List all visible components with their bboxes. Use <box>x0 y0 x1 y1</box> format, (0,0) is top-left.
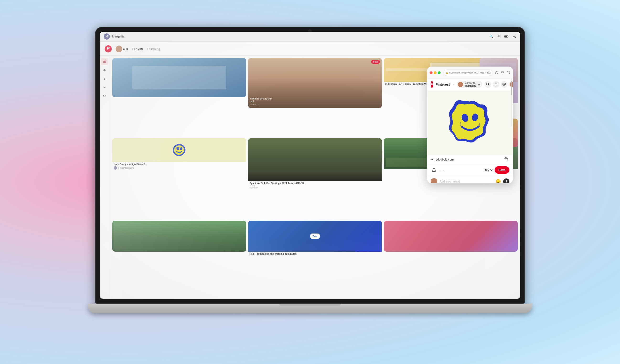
popup-actions-bar: ··· My Save <box>427 164 513 175</box>
close-btn[interactable] <box>430 71 433 74</box>
battery-icon <box>504 34 509 39</box>
chevron-down-icon <box>478 84 480 85</box>
screen-content: M Margarita 🔍 <box>100 32 520 299</box>
popup-pinterest-logo: P <box>431 81 433 88</box>
nav-username: ани <box>123 47 128 50</box>
user-avatar-sm <box>116 45 122 52</box>
popup-source-bar: ↗ redbubble.com <box>427 155 513 164</box>
pin-4-author: 3 other followers <box>114 166 245 170</box>
sidebar-controls: ⊞ ✤ + − ⚙ <box>100 56 109 299</box>
popup-close-x-icon[interactable]: ✕ <box>512 70 513 75</box>
popup-nav-menu-icon[interactable]: ≡ <box>453 83 455 86</box>
share-button[interactable] <box>431 167 437 174</box>
svg-point-11 <box>486 83 489 85</box>
sidebar-zoom-out-btn[interactable]: − <box>101 84 108 91</box>
laptop-base <box>88 304 532 313</box>
minimize-btn[interactable] <box>434 71 436 74</box>
pinterest-nav: P ани For you Following <box>100 42 520 56</box>
more-options-button[interactable]: ··· <box>440 167 445 173</box>
sidebar-move-btn[interactable]: ✤ <box>101 67 108 74</box>
control-center-icon[interactable] <box>512 34 516 39</box>
search-icon[interactable]: 🔍 <box>489 34 494 39</box>
external-link-icon: ↗ <box>430 157 434 161</box>
pinterest-logo: P <box>105 45 112 53</box>
pin-card-1[interactable]: амти ● агтра <box>112 58 246 97</box>
macos-user-avatar: M <box>104 33 110 40</box>
comment-input-placeholder[interactable]: Add a comment <box>440 180 493 183</box>
save-button[interactable]: Save <box>495 166 510 174</box>
pin-5-meta: Spacious Grill-Bar Seating - 2024 Trends… <box>248 181 382 190</box>
reload-icon[interactable] <box>494 70 499 75</box>
pin-4-smiley <box>171 142 187 158</box>
sidebar-zoom-in-btn[interactable]: + <box>101 75 108 82</box>
svg-point-2 <box>513 35 514 36</box>
svg-rect-9 <box>503 71 504 73</box>
smiley-sticker-image <box>445 97 495 147</box>
popup-pin-image <box>427 90 513 155</box>
user-profile-area: ани <box>116 45 128 52</box>
pin-5-title: Spacious Grill-Bar Seating - 2024 Trends… <box>249 182 381 185</box>
sidebar-grid-btn[interactable]: ⊞ <box>101 58 108 65</box>
pin-card-5[interactable]: Spacious Grill-Bar Seating - 2024 Trends… <box>248 138 382 190</box>
pin-card-2[interactable]: Real Red Beauty SkinGrill 2/20/2022 Save <box>248 58 382 108</box>
my-save-label: My <box>485 168 489 172</box>
popup-pinterest-nav: P Pinterest ≡ Margarita Margarita <box>427 79 513 90</box>
my-save-dropdown[interactable]: My <box>485 168 493 172</box>
svg-rect-12 <box>503 83 506 85</box>
popup-nav-right-icons <box>485 81 513 88</box>
sidebar-settings-btn[interactable]: ⚙ <box>101 92 108 100</box>
pin-4-title: Katy Graby - Indigo Disco S... <box>114 163 245 166</box>
visual-search-icon[interactable] <box>504 156 510 163</box>
pin-4-meta: Katy Graby - Indigo Disco S... 3 other f… <box>112 162 246 171</box>
expand-icon[interactable] <box>506 70 511 75</box>
popup-address-bar[interactable]: 🔒 ru.pinterest.com/pin/46084497438687626… <box>444 70 493 76</box>
pin-card-9[interactable] <box>384 221 518 259</box>
laptop-bezel: M Margarita 🔍 <box>95 27 525 304</box>
popup-message-icon[interactable] <box>501 81 508 88</box>
svg-rect-10 <box>502 73 503 74</box>
popup-window: 🔒 ru.pinterest.com/pin/46084497438687626… <box>427 67 513 183</box>
pin-card-8[interactable]: Real Real Toothpastes and working in min… <box>248 221 382 263</box>
pin-card-4[interactable]: Katy Graby - Indigo Disco S... 3 other f… <box>112 138 246 172</box>
macos-bar-left: M Margarita <box>104 33 124 40</box>
popup-search-icon[interactable] <box>485 81 491 88</box>
source-link[interactable]: ↗ redbubble.com <box>431 158 453 161</box>
wifi-icon <box>497 34 501 39</box>
popup-url: ru.pinterest.com/pin/460844974386876269/ <box>449 72 491 74</box>
pin-8-title: Real Toothpastes and working in minutes <box>249 253 381 255</box>
popup-bell-icon[interactable] <box>493 81 499 88</box>
pin-5-price: $10.00 <box>249 185 381 187</box>
laptop-notch <box>286 308 334 309</box>
popup-nav-brand: Pinterest <box>436 83 450 86</box>
laptop: M Margarita 🔍 <box>81 27 539 337</box>
pin-5-date: 2/20/2024 <box>249 187 381 189</box>
popup-scrollbar[interactable] <box>511 79 512 126</box>
for-you-tab[interactable]: For you <box>132 47 143 51</box>
popup-toolbar-icons: ✕ <box>494 70 513 75</box>
source-url: redbubble.com <box>435 158 453 161</box>
save-section: My Save <box>485 166 510 174</box>
pin-card-7[interactable] <box>112 221 246 259</box>
svg-rect-8 <box>501 71 502 73</box>
popup-comment-bar: Add a comment 😊 ? <box>427 175 513 183</box>
pin-8-meta: Real Toothpastes and working in minutes <box>248 252 382 256</box>
popup-username: Margarita Margarita <box>465 82 477 87</box>
macos-topbar: M Margarita 🔍 <box>100 32 520 41</box>
popup-scrollbar-thumb <box>511 81 512 95</box>
popup-titlebar: 🔒 ru.pinterest.com/pin/46084497438687626… <box>427 67 513 79</box>
popup-user-pill[interactable]: Margarita Margarita <box>457 81 482 88</box>
emoji-icon[interactable]: 😊 <box>496 179 501 184</box>
help-button[interactable]: ? <box>503 178 510 184</box>
popup-user-avatar <box>458 82 463 87</box>
svg-rect-1 <box>505 36 507 37</box>
macos-user-name: Margarita <box>112 35 124 38</box>
following-tab[interactable]: Following <box>147 47 160 51</box>
save-chevron-icon <box>490 169 493 171</box>
main-browser: P ани For you Following ⊞ <box>100 42 520 299</box>
macos-bar-right: 🔍 <box>489 34 516 39</box>
svg-point-3 <box>514 36 516 38</box>
share-icon[interactable] <box>500 70 505 75</box>
comment-user-avatar <box>431 178 437 184</box>
maximize-btn[interactable] <box>438 71 441 74</box>
window-buttons <box>430 71 441 74</box>
